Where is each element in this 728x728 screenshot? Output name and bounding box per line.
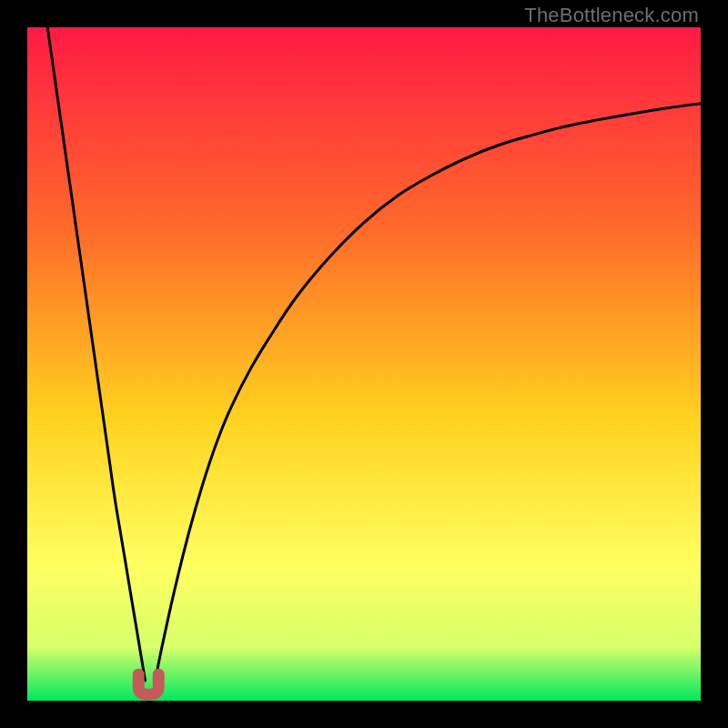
plot-area [27, 27, 701, 701]
chart-frame: TheBottleneck.com [0, 0, 728, 728]
chart-svg [27, 27, 701, 701]
gradient-background [27, 27, 701, 701]
watermark-text: TheBottleneck.com [524, 4, 699, 27]
